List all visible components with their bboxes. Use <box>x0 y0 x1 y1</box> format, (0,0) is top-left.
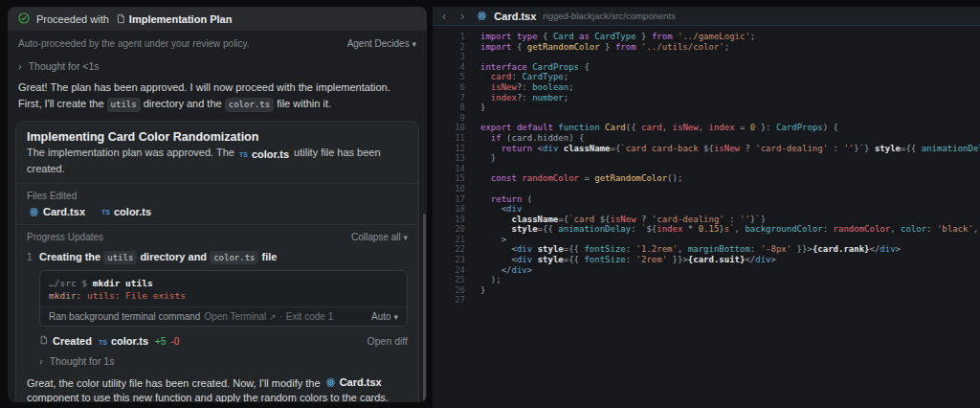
code-line-content: if (card.hidden) { <box>465 133 584 144</box>
check-circle-icon <box>18 11 30 28</box>
editor-breadcrumb[interactable]: ‹ › Card.tsx rigged-blackjack/src/compon… <box>433 7 980 26</box>
code-line-content: isNew?: boolean; <box>465 82 574 93</box>
code-line: 8} <box>433 102 980 113</box>
line-number: 9 <box>433 113 465 124</box>
inline-code-chip: color.ts <box>210 251 258 264</box>
step-1: 1 Creating the utils directory and color… <box>27 250 408 264</box>
chevron-down-icon: ▾ <box>412 38 416 49</box>
code-line: 20 style={{ animationDelay: `${index * 0… <box>433 224 980 235</box>
chevron-down-icon: ▾ <box>393 311 398 322</box>
typescript-file-icon: TS <box>101 209 110 215</box>
inline-file-ref[interactable]: TScolor.ts <box>239 147 289 162</box>
auto-dropdown[interactable]: Auto ▾ <box>371 311 398 322</box>
line-number: 11 <box>433 133 465 144</box>
code-line: 26} <box>433 285 980 296</box>
code-line-content: style={{ animationDelay: `${index * 0.15… <box>465 224 980 235</box>
code-line: 23 <div style={{ fontSize: '2rem' }}>{ca… <box>433 255 980 265</box>
code-line: 3 <box>433 52 980 62</box>
left-panel-scrollbar[interactable] <box>423 214 426 402</box>
created-file-row: Created TScolor.ts +5 -0 Open diff <box>39 335 408 347</box>
code-line: 22 <div style={{ fontSize: '1.2rem', mar… <box>433 244 980 255</box>
line-number: 19 <box>433 215 465 225</box>
open-file-path: rigged-blackjack/src/components <box>543 11 675 21</box>
line-number: 5 <box>433 72 465 82</box>
collapse-all-button[interactable]: Collapse all ▾ <box>351 232 408 242</box>
chevron-right-icon: › <box>18 60 22 72</box>
line-number: 15 <box>433 173 465 184</box>
implementation-plan-link[interactable]: Implementation Plan <box>116 11 233 28</box>
line-number: 3 <box>433 52 465 62</box>
line-number: 26 <box>433 285 465 296</box>
external-link-icon: ↗ <box>269 311 277 322</box>
diff-added: +5 <box>155 336 166 347</box>
line-number: 25 <box>433 275 465 285</box>
code-line: 25 ); <box>433 275 980 285</box>
edited-file-card-tsx[interactable]: Card.tsx <box>29 206 85 217</box>
code-line: 5 card: CardType; <box>433 72 980 82</box>
react-file-icon <box>477 8 487 25</box>
card-title: Implementing Card Color Randomization <box>27 129 408 145</box>
agent-decides-dropdown[interactable]: Agent Decides ▾ <box>347 38 416 49</box>
code-line-content: import type { Card as CardType } from '.… <box>465 32 755 42</box>
code-line: 27 <box>433 295 980 306</box>
code-line-content: <div style={{ fontSize: '2rem' }}>{card.… <box>465 255 776 265</box>
files-edited-label: Files Edited <box>27 191 408 201</box>
exit-code-label: · Exit code 1 <box>280 311 334 322</box>
code-line: 18 <div <box>433 204 980 215</box>
line-number: 27 <box>433 295 465 306</box>
code-line-content: interface CardProps { <box>465 62 590 73</box>
line-number: 14 <box>433 164 465 174</box>
code-line-content: > <box>465 235 506 245</box>
react-icon <box>29 207 39 217</box>
code-line-content: import { getRandomColor } from '../utils… <box>465 42 729 53</box>
code-line-content: card: CardType; <box>465 72 568 82</box>
line-number: 7 <box>433 93 465 103</box>
open-file-name: Card.tsx <box>494 11 536 22</box>
terminal-block: …/src $ mkdir utils mkdir: utils: File e… <box>39 270 408 327</box>
line-number: 4 <box>433 62 465 73</box>
proceeded-status: Proceeded with <box>36 13 109 25</box>
open-terminal-link[interactable]: Open Terminal ↗ <box>204 311 276 322</box>
document-icon <box>116 11 125 28</box>
thought-toggle-top[interactable]: › Thought for <1s <box>18 60 416 72</box>
code-line-content: index?: number; <box>465 93 568 103</box>
inline-code-chip: color.ts <box>225 98 274 112</box>
react-icon <box>477 11 487 21</box>
file-ref-color-ts[interactable]: TScolor.ts <box>99 335 148 347</box>
divider <box>16 183 418 184</box>
code-area[interactable]: 1import type { Card as CardType } from '… <box>433 26 980 306</box>
history-nav-arrows[interactable]: ‹ › <box>442 10 470 23</box>
line-number: 17 <box>433 194 465 205</box>
typescript-file-icon: TS <box>99 339 107 346</box>
open-diff-button[interactable]: Open diff <box>368 335 408 347</box>
edited-file-color-ts[interactable]: TScolor.ts <box>101 206 151 217</box>
chev-down-icon: ▾ <box>393 312 398 322</box>
proceeded-header[interactable]: Proceeded with Implementation Plan <box>8 7 427 31</box>
code-line-content: ); <box>465 275 501 285</box>
thought-toggle-mid[interactable]: › Thought for 1s <box>39 355 408 367</box>
policy-note: Auto-proceeded by the agent under your r… <box>18 38 250 49</box>
code-line-content: <div <box>465 204 522 215</box>
code-line-content: </div> <box>465 265 532 276</box>
line-number: 21 <box>433 235 465 245</box>
chevron-right-icon: › <box>39 355 43 367</box>
line-number: 16 <box>433 184 465 194</box>
inline-file-ref[interactable]: Card.tsx <box>325 375 382 390</box>
chev-down-icon: ▾ <box>412 39 416 49</box>
code-line-content: } <box>465 102 485 113</box>
line-number: 20 <box>433 224 465 235</box>
code-line: 6 isNew?: boolean; <box>433 82 980 93</box>
code-line-content: } <box>465 285 485 296</box>
terminal-output-line: mkdir: utils: File exists <box>49 289 398 302</box>
code-line: 15 const randomColor = getRandomColor(); <box>433 173 980 184</box>
code-line-content: return <div className={`card card-back $… <box>465 144 980 154</box>
code-line: 14 <box>433 164 980 174</box>
thought-label: Thought for <1s <box>29 60 100 72</box>
line-number: 23 <box>433 255 465 265</box>
chevron-down-icon: ▾ <box>403 232 408 242</box>
code-line-content: <div style={{ fontSize: '1.2rem', margin… <box>465 244 901 255</box>
ran-command-label: Ran background terminal command <box>49 311 200 322</box>
line-number: 24 <box>433 265 465 276</box>
line-number: 10 <box>433 123 465 133</box>
divider <box>16 224 418 225</box>
